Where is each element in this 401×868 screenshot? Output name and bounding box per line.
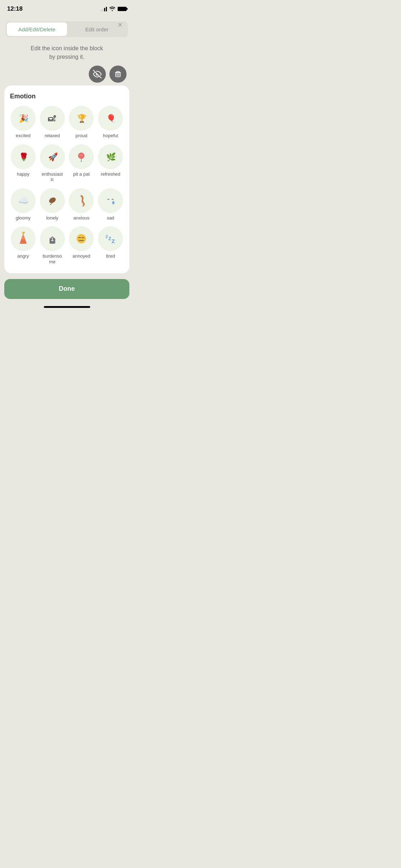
emotion-label-sad: sad <box>107 215 114 221</box>
svg-text:🎈: 🎈 <box>106 114 116 123</box>
tab-switcher: Add/Edit/Delete Edit order <box>6 21 128 37</box>
excited-icon: 🎉 <box>15 110 31 126</box>
emotion-label-enthusiastic: enthusiastic <box>42 171 63 182</box>
emotion-item-gloomy[interactable]: ☁️ gloomy <box>10 188 36 221</box>
emotion-circle-angry <box>11 226 36 251</box>
eye-off-icon <box>93 70 102 78</box>
emotion-item-tired[interactable]: Z Z Z tired <box>97 226 124 264</box>
emotion-label-anxious: anxious <box>73 215 89 221</box>
proud-icon: 🏆 <box>73 110 89 126</box>
lonely-icon <box>45 193 60 208</box>
emotion-item-angry[interactable]: angry <box>10 226 36 264</box>
delete-icon-button[interactable] <box>109 66 127 83</box>
emotion-item-happy[interactable]: 🌹 happy <box>10 144 36 182</box>
status-icons <box>101 6 127 12</box>
svg-point-29 <box>112 201 114 204</box>
action-icons-row <box>0 66 134 86</box>
done-label: Done <box>59 285 75 293</box>
emotion-item-anxious[interactable]: anxious <box>68 188 95 221</box>
enthusiastic-icon: 🚀 <box>45 149 60 165</box>
battery-icon <box>118 7 127 11</box>
emotion-label-happy: happy <box>17 171 29 177</box>
svg-text:🎉: 🎉 <box>19 114 29 123</box>
trash-icon <box>114 70 122 78</box>
emotion-item-pit-a-pat[interactable]: pit a pat <box>68 144 95 182</box>
emotion-item-proud[interactable]: 🏆 proud <box>68 106 95 139</box>
emotion-label-relaxed: relaxed <box>45 133 60 139</box>
status-time: 12:18 <box>7 5 22 12</box>
emotion-circle-happy: 🌹 <box>11 144 36 169</box>
sad-icon <box>103 193 118 208</box>
emotion-label-refreshed: refreshed <box>101 171 120 177</box>
emotion-circle-hopeful: 🎈 <box>98 106 123 131</box>
svg-point-28 <box>103 193 118 208</box>
emotion-card: Emotion 🎉 excited 🛋 relaxed <box>4 86 129 273</box>
emotion-circle-lonely <box>40 188 65 213</box>
emotion-label-lonely: lonely <box>46 215 58 221</box>
emotion-label-angry: angry <box>17 253 29 259</box>
svg-text:☁️: ☁️ <box>18 195 29 206</box>
emotion-circle-sad <box>98 188 123 213</box>
emotion-label-gloomy: gloomy <box>16 215 31 221</box>
svg-text:🛋: 🛋 <box>48 114 56 123</box>
emotion-label-burdensome: burdensome <box>43 253 62 264</box>
svg-rect-39 <box>52 238 53 239</box>
emotion-circle-excited: 🎉 <box>11 106 36 131</box>
emotion-label-tired: tired <box>106 253 115 259</box>
card-title: Emotion <box>10 93 124 100</box>
emotion-circle-pit-a-pat <box>69 144 94 169</box>
home-indicator <box>0 303 134 310</box>
happy-icon: 🌹 <box>15 149 31 165</box>
emotion-label-excited: excited <box>16 133 30 139</box>
emotion-item-annoyed[interactable]: annoyed <box>68 226 95 264</box>
emotion-label-annoyed: annoyed <box>72 253 90 259</box>
emotion-circle-annoyed <box>69 226 94 251</box>
angry-icon <box>15 231 31 247</box>
relaxed-icon: 🛋 <box>45 110 60 126</box>
emotion-circle-tired: Z Z Z <box>98 226 123 251</box>
tab-add-edit-delete[interactable]: Add/Edit/Delete <box>7 22 67 36</box>
instruction-text: Edit the icon inside the blockby pressin… <box>14 44 119 61</box>
emotion-item-enthusiastic[interactable]: 🚀 enthusiastic <box>39 144 66 182</box>
close-button[interactable]: × <box>114 19 127 31</box>
emotion-circle-burdensome <box>40 226 65 251</box>
emotion-item-excited[interactable]: 🎉 excited <box>10 106 36 139</box>
emotion-circle-enthusiastic: 🚀 <box>40 144 65 169</box>
emotion-circle-anxious <box>69 188 94 213</box>
anxious-icon <box>73 193 89 208</box>
burdensome-icon <box>45 231 60 247</box>
emotion-label-pit-a-pat: pit a pat <box>73 171 89 177</box>
svg-text:Z: Z <box>112 238 115 244</box>
emotion-circle-gloomy: ☁️ <box>11 188 36 213</box>
tired-icon: Z Z Z <box>103 231 118 247</box>
emotion-item-relaxed[interactable]: 🛋 relaxed <box>39 106 66 139</box>
svg-point-20 <box>81 161 82 162</box>
emotion-label-hopeful: hopeful <box>103 133 118 139</box>
pit-a-pat-icon <box>73 149 89 165</box>
emotion-item-lonely[interactable]: lonely <box>39 188 66 221</box>
svg-text:🏆: 🏆 <box>77 114 87 123</box>
svg-point-41 <box>77 234 86 243</box>
hopeful-icon: 🎈 <box>103 110 118 126</box>
svg-text:🌿: 🌿 <box>106 152 116 162</box>
status-bar: 12:18 <box>0 0 134 16</box>
emotion-item-hopeful[interactable]: 🎈 hopeful <box>97 106 124 139</box>
emotion-item-burdensome[interactable]: burdensome <box>39 226 66 264</box>
emotion-circle-proud: 🏆 <box>69 106 94 131</box>
svg-text:Z: Z <box>108 236 111 241</box>
emotion-grid: 🎉 excited 🛋 relaxed 🏆 pro <box>10 106 124 265</box>
svg-text:🚀: 🚀 <box>48 152 58 162</box>
emotion-circle-relaxed: 🛋 <box>40 106 65 131</box>
hide-icon-button[interactable] <box>89 66 106 83</box>
home-bar <box>44 306 90 308</box>
svg-text:🌹: 🌹 <box>19 152 29 162</box>
annoyed-icon <box>73 231 89 247</box>
done-button[interactable]: Done <box>4 279 129 299</box>
emotion-item-refreshed[interactable]: 🌿 refreshed <box>97 144 124 182</box>
emotion-item-sad[interactable]: sad <box>97 188 124 221</box>
gloomy-icon: ☁️ <box>15 193 31 208</box>
refreshed-icon: 🌿 <box>103 149 118 165</box>
emotion-circle-refreshed: 🌿 <box>98 144 123 169</box>
emotion-label-proud: proud <box>76 133 87 139</box>
signal-bars-icon <box>101 6 107 11</box>
